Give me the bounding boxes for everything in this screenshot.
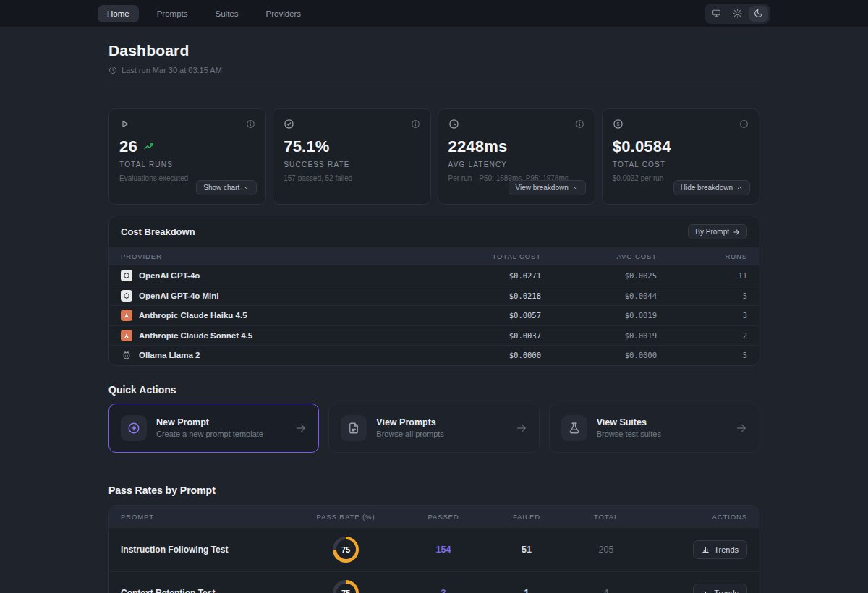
action-subtitle: Browse test suites [597,430,661,438]
top-navbar: Home Prompts Suites Providers [0,0,868,27]
page-header: Dashboard Last run Mar 30 at 03:15 AM [109,27,760,85]
plus-circle-icon [121,415,147,441]
nav-tab-home[interactable]: Home [98,5,139,22]
quick-actions-title: Quick Actions [109,384,760,396]
last-run-text: Last run Mar 30 at 03:15 AM [122,66,222,74]
chevron-up-icon [736,184,743,191]
pass-rate-ring: 75 [333,580,359,593]
view-breakdown-button[interactable]: View breakdown [509,180,586,195]
action-title: New Prompt [156,417,263,427]
col-total-cost: TOTAL COST [425,252,541,260]
by-prompt-button[interactable]: By Prompt [688,224,747,239]
bar-chart-icon [702,545,710,553]
action-title: View Prompts [376,417,444,427]
success-rate-value: 75.1% [284,137,329,156]
info-icon[interactable] [575,119,584,129]
col-provider: PROVIDER [121,252,425,260]
col-passed: PASSED [400,513,487,521]
action-subtitle: Browse all prompts [376,430,444,438]
pass-rates-title: Pass Rates by Prompt [109,485,760,496]
monitor-icon[interactable] [707,6,726,22]
hide-breakdown-button[interactable]: Hide breakdown [673,180,750,195]
pass-rates-section: Pass Rates by Prompt PROMPT PASS RATE (%… [109,485,760,593]
check-circle-icon [284,119,294,129]
col-failed: FAILED [487,513,566,521]
arrow-right-icon [516,422,527,434]
show-chart-button[interactable]: Show chart [196,180,257,195]
cost-breakdown-panel: Cost Breakdown By Prompt PROVIDER TOTAL … [109,216,760,366]
col-actions: ACTIONS [646,513,747,521]
table-row[interactable]: OpenAI GPT-4o Mini $0.0218 $0.0044 5 [109,286,759,306]
trends-button[interactable]: Trends [693,540,747,559]
avg-latency-label: AVG LATENCY [448,161,584,168]
cost-breakdown-title: Cost Breakdown [121,226,195,237]
clock-icon [109,66,117,74]
info-icon[interactable] [739,119,749,129]
col-total: TOTAL [566,513,646,521]
table-row[interactable]: Anthropic Claude Sonnet 4.5 $0.0037 $0.0… [109,325,759,346]
total-cost-label: TOTAL COST [613,161,749,168]
play-icon [119,119,130,129]
nav-tabs: Home Prompts Suites Providers [98,5,310,22]
moon-icon[interactable] [749,6,768,22]
action-subtitle: Create a new prompt template [156,430,263,438]
col-avg-cost: AVG COST [541,252,657,260]
sun-icon[interactable] [728,6,747,22]
chevron-down-icon [243,184,250,191]
clock-icon [448,119,459,129]
arrow-right-icon [295,422,307,434]
table-row[interactable]: OpenAI GPT-4o $0.0271 $0.0025 11 [109,265,759,286]
view-prompts-action[interactable]: View Prompts Browse all prompts [328,404,539,453]
table-row[interactable]: Context Retention Test 75 3 1 4 Trends [109,571,759,593]
chevron-down-icon [572,184,579,191]
nav-tab-suites[interactable]: Suites [206,5,248,22]
stat-card-total-cost: $ $0.0584 TOTAL COST $0.0022 per run Hid… [602,108,760,205]
theme-toggle [705,4,770,24]
pass-rates-table-header: PROMPT PASS RATE (%) PASSED FAILED TOTAL… [109,506,759,528]
pass-rates-panel: PROMPT PASS RATE (%) PASSED FAILED TOTAL… [109,505,760,593]
stat-card-total-runs: 26 TOTAL RUNS Evaluations executed Show … [109,108,266,205]
total-runs-label: TOTAL RUNS [119,161,255,168]
openai-logo-icon [121,290,132,302]
success-rate-label: SUCCESS RATE [284,161,420,168]
cost-table-header: PROVIDER TOTAL COST AVG COST RUNS [109,247,759,265]
nav-tab-prompts[interactable]: Prompts [148,5,197,22]
total-runs-value: 26 [119,137,137,156]
info-icon[interactable] [246,119,255,129]
file-icon [341,415,367,441]
avg-latency-value: 2248ms [448,137,508,156]
table-row[interactable]: Anthropic Claude Haiku 4.5 $0.0057 $0.00… [109,305,759,325]
col-prompt: PROMPT [121,513,292,521]
openai-logo-icon [121,270,132,281]
total-cost-value: $0.0584 [613,137,671,156]
pass-rate-ring: 75 [333,537,359,563]
anthropic-logo-icon [121,310,132,321]
stat-card-avg-latency: 2248ms AVG LATENCY Per runP50: 1689ms, P… [438,108,595,205]
svg-text:$: $ [616,121,619,127]
flask-icon [561,415,587,441]
dollar-circle-icon: $ [613,119,624,129]
info-icon[interactable] [411,119,420,129]
page-title: Dashboard [109,42,760,59]
table-row[interactable]: Instruction Following Test 75 154 51 205… [109,528,759,571]
arrow-right-icon [733,229,740,236]
table-row[interactable]: Ollama Llama 2 $0.0000 $0.0000 5 [109,345,759,365]
stat-card-success-rate: 75.1% SUCCESS RATE 157 passed, 52 failed [273,108,430,205]
arrow-right-icon [736,422,747,434]
success-rate-sub: 157 passed, 52 failed [284,174,420,182]
new-prompt-action[interactable]: New Prompt Create a new prompt template [109,404,319,453]
ollama-logo-icon [121,349,132,361]
col-runs: RUNS [657,252,747,260]
trending-up-icon [143,141,155,153]
stat-cards: 26 TOTAL RUNS Evaluations executed Show … [109,108,760,205]
anthropic-logo-icon [121,330,132,341]
view-suites-action[interactable]: View Suites Browse test suites [549,404,760,453]
col-pass-rate: PASS RATE (%) [292,513,400,521]
quick-actions-section: Quick Actions New Prompt Create a new pr… [109,384,760,453]
action-title: View Suites [597,417,661,427]
nav-tab-providers[interactable]: Providers [256,5,310,22]
trends-button[interactable]: Trends [693,584,747,593]
bar-chart-icon [702,589,710,593]
